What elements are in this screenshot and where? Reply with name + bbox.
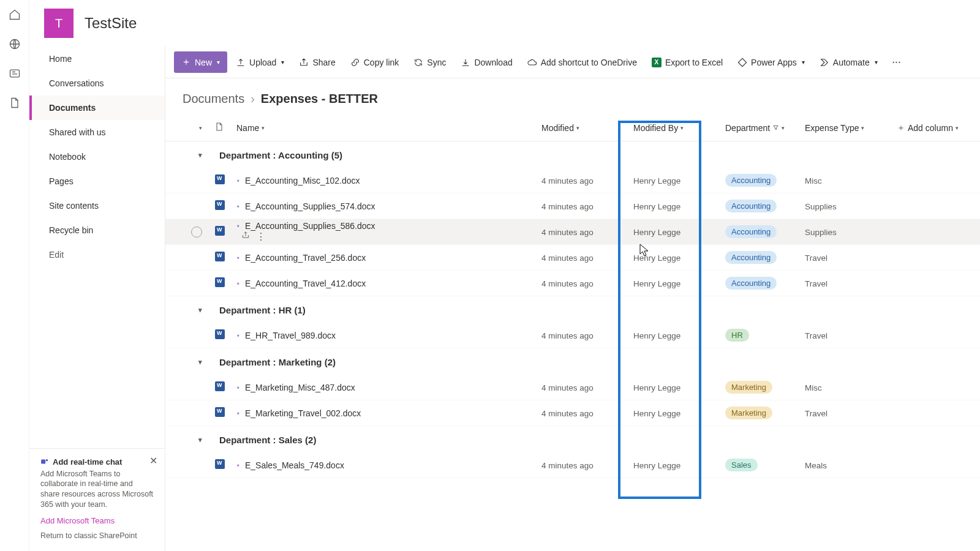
department-pill[interactable]: Accounting [725, 225, 777, 238]
table-row[interactable]: ⋆E_Accounting_Misc_102.docx4 minutes ago… [165, 168, 980, 193]
select-all-toggle[interactable]: ▾ [199, 125, 202, 131]
nav-item-recycle-bin[interactable]: Recycle bin [29, 218, 165, 242]
row-select-circle[interactable] [191, 227, 202, 238]
department-pill[interactable]: Accounting [725, 200, 777, 212]
column-modifiedby[interactable]: Modified By▾ [633, 123, 725, 133]
site-logo[interactable]: T [44, 9, 74, 38]
file-name[interactable]: ⋆E_Marketing_Travel_002.docx [236, 408, 541, 418]
news-icon[interactable] [9, 67, 21, 80]
chevron-down-icon: ▾ [217, 59, 220, 66]
column-expensetype[interactable]: Expense Type▾ [805, 123, 897, 133]
file-name[interactable]: ⋆E_HR_Travel_989.docx [236, 331, 541, 340]
powerapps-button[interactable]: Power Apps ▾ [731, 54, 811, 71]
table-row[interactable]: ⋆E_Accounting_Supplies_586.docx⋮4 minute… [165, 219, 980, 245]
column-headers: ▾ Name▾ Modified▾ Modified By▾ Departmen… [165, 114, 980, 141]
globe-icon[interactable] [9, 38, 21, 50]
group-header[interactable]: ▾Department : Marketing (2) [165, 348, 980, 375]
file-name[interactable]: ⋆E_Accounting_Supplies_574.docx [236, 201, 541, 211]
modified-by[interactable]: Henry Legge [633, 253, 680, 263]
share-label: Share [312, 58, 335, 67]
modified-by[interactable]: Henry Legge [633, 383, 680, 392]
more-button[interactable]: ··· [886, 54, 908, 71]
copylink-button[interactable]: Copy link [344, 54, 405, 71]
modified-by[interactable]: Henry Legge [633, 331, 680, 340]
site-header: T TestSite [29, 0, 980, 47]
site-title[interactable]: TestSite [85, 15, 137, 32]
upload-button[interactable]: Upload ▾ [230, 54, 290, 71]
table-row[interactable]: ⋆E_Accounting_Travel_256.docx4 minutes a… [165, 245, 980, 271]
classic-link[interactable]: Return to classic SharePoint [40, 531, 154, 540]
breadcrumb-root[interactable]: Documents [183, 92, 244, 106]
department-pill[interactable]: Marketing [725, 381, 772, 394]
svg-point-3 [46, 459, 48, 462]
group-header[interactable]: ▾Department : HR (1) [165, 296, 980, 323]
column-department[interactable]: Department ▾ [725, 123, 805, 133]
nav-item-home[interactable]: Home [29, 47, 165, 71]
breadcrumb: Documents › Expenses - BETTER [165, 78, 980, 114]
file-name[interactable]: ⋆E_Marketing_Misc_487.docx [236, 383, 541, 392]
home-icon[interactable] [9, 9, 21, 21]
nav-item-site-contents[interactable]: Site contents [29, 193, 165, 218]
table-row[interactable]: ⋆E_Marketing_Travel_002.docx4 minutes ag… [165, 400, 980, 426]
nav-item-conversations[interactable]: Conversations [29, 71, 165, 96]
group-label: Department : Marketing (2) [219, 357, 336, 367]
share-button[interactable]: Share [293, 54, 341, 71]
automate-button[interactable]: Automate ▾ [813, 54, 884, 71]
modified-by[interactable]: Henry Legge [633, 228, 680, 237]
new-button[interactable]: ＋ New ▾ [174, 51, 227, 73]
department-pill[interactable]: Marketing [725, 407, 772, 419]
filetype-icon[interactable] [214, 122, 224, 132]
file-icon[interactable] [9, 97, 21, 109]
file-name[interactable]: ⋆E_Accounting_Misc_102.docx [236, 176, 541, 186]
table-row[interactable]: ⋆E_Accounting_Supplies_574.docx4 minutes… [165, 193, 980, 219]
column-name[interactable]: Name▾ [236, 123, 541, 133]
group-header[interactable]: ▾Department : Accounting (5) [165, 141, 980, 168]
nav-item-shared-with-us[interactable]: Shared with us [29, 120, 165, 144]
app-rail [0, 0, 29, 551]
expense-type: Supplies [805, 228, 837, 237]
modified-by[interactable]: Henry Legge [633, 202, 680, 211]
file-name[interactable]: ⋆E_Accounting_Travel_256.docx [236, 253, 541, 263]
add-teams-link[interactable]: Add Microsoft Teams [40, 516, 115, 525]
download-button[interactable]: Download [454, 54, 518, 71]
table-row[interactable]: ⋆E_Sales_Meals_749.docx4 minutes agoHenr… [165, 452, 980, 478]
expense-type: Travel [805, 409, 827, 418]
expense-type: Travel [805, 331, 827, 340]
department-pill[interactable]: Accounting [725, 251, 777, 264]
file-name[interactable]: ⋆E_Accounting_Supplies_586.docx [236, 221, 541, 231]
nav-item-documents[interactable]: Documents [29, 96, 165, 120]
file-name[interactable]: ⋆E_Sales_Meals_749.docx [236, 460, 541, 470]
department-pill[interactable]: Accounting [725, 277, 777, 290]
sync-button[interactable]: Sync [407, 54, 452, 71]
svg-rect-1 [10, 70, 19, 77]
department-pill[interactable]: HR [725, 329, 749, 342]
modified-by[interactable]: Henry Legge [633, 279, 680, 288]
new-badge-icon: ⋆ [236, 178, 240, 184]
group-header[interactable]: ▾Department : Sales (2) [165, 426, 980, 452]
nav-item-edit[interactable]: Edit [29, 242, 165, 267]
department-pill[interactable]: Accounting [725, 174, 777, 187]
table-row[interactable]: ⋆E_Marketing_Misc_487.docx4 minutes agoH… [165, 375, 980, 400]
table-row[interactable]: ⋆E_HR_Travel_989.docx4 minutes agoHenry … [165, 323, 980, 348]
modified-by[interactable]: Henry Legge [633, 176, 680, 186]
department-pill[interactable]: Sales [725, 459, 758, 471]
more-icon[interactable]: ⋮ [256, 231, 266, 242]
close-icon[interactable]: ✕ [149, 455, 157, 467]
shortcut-button[interactable]: Add shortcut to OneDrive [521, 54, 643, 71]
nav-item-pages[interactable]: Pages [29, 169, 165, 193]
modified-time: 4 minutes ago [541, 279, 594, 288]
export-button[interactable]: X Export to Excel [646, 54, 729, 71]
column-modified[interactable]: Modified▾ [541, 123, 633, 133]
nav-item-notebook[interactable]: Notebook [29, 144, 165, 169]
document-list: ▾ Name▾ Modified▾ Modified By▾ Departmen… [165, 114, 980, 551]
automate-icon [820, 58, 829, 67]
export-label: Export to Excel [665, 58, 723, 67]
modified-by[interactable]: Henry Legge [633, 461, 680, 470]
modified-by[interactable]: Henry Legge [633, 409, 680, 418]
table-row[interactable]: ⋆E_Accounting_Travel_412.docx4 minutes a… [165, 271, 980, 296]
excel-icon: X [652, 58, 662, 67]
file-name[interactable]: ⋆E_Accounting_Travel_412.docx [236, 279, 541, 288]
share-icon[interactable] [241, 231, 250, 242]
word-doc-icon [214, 251, 225, 262]
add-column-button[interactable]: ＋Add column▾ [897, 122, 970, 133]
